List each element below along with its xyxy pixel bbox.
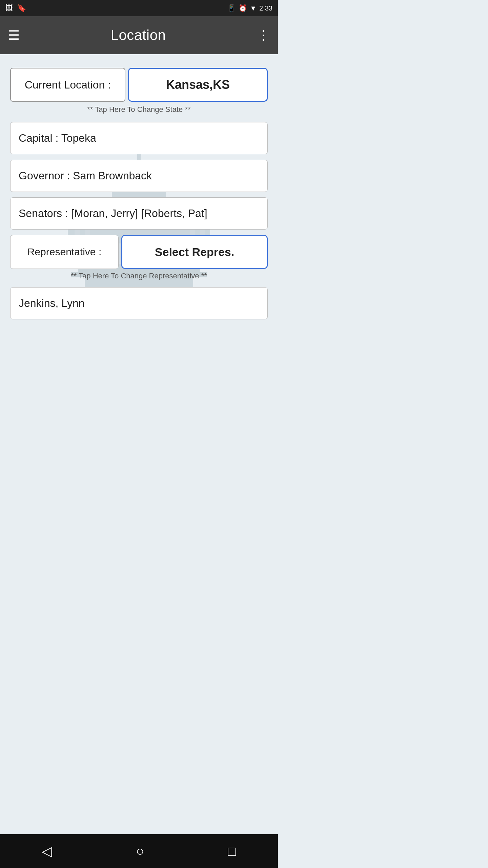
page-title: Location <box>111 27 166 43</box>
bookmark-icon: 🔖 <box>17 4 26 13</box>
jenkins-info-box: Jenkins, Lynn <box>10 287 268 319</box>
representative-row: Representative : Select Repres. <box>10 235 268 269</box>
tap-change-state-hint: ** Tap Here To Change State ** <box>10 105 268 114</box>
tap-change-representative-hint: ** Tap Here To Change Representative ** <box>10 272 268 280</box>
location-row: Current Location : Kansas,KS <box>10 68 268 102</box>
governor-info-box: Governor : Sam Brownback <box>10 160 268 192</box>
current-location-label: Current Location : <box>10 68 125 102</box>
more-options-icon[interactable]: ⋮ <box>257 28 270 43</box>
content-wrapper: Current Location : Kansas,KS ** Tap Here… <box>10 68 268 319</box>
hamburger-menu-icon[interactable]: ☰ <box>8 28 20 43</box>
status-bar-right: 📱 ⏰ ▼ 2:33 <box>227 4 272 12</box>
capital-info-box: Capital : Topeka <box>10 122 268 154</box>
alarm-icon: ⏰ <box>239 4 247 12</box>
time-display: 2:33 <box>259 4 272 12</box>
senators-info-box: Senators : [Moran, Jerry] [Roberts, Pat] <box>10 197 268 230</box>
representative-label: Representative : <box>10 235 119 269</box>
image-icon: 🖼 <box>5 4 13 13</box>
status-bar-left: 🖼 🔖 <box>5 4 26 13</box>
app-bar: ☰ Location ⋮ <box>0 16 278 54</box>
main-content: Current Location : Kansas,KS ** Tap Here… <box>0 54 278 338</box>
phone-icon: 📱 <box>227 4 236 12</box>
wifi-icon: ▼ <box>250 4 257 12</box>
select-representative-button[interactable]: Select Repres. <box>121 235 268 269</box>
kansas-state-button[interactable]: Kansas,KS <box>128 68 268 102</box>
status-bar: 🖼 🔖 📱 ⏰ ▼ 2:33 <box>0 0 278 16</box>
